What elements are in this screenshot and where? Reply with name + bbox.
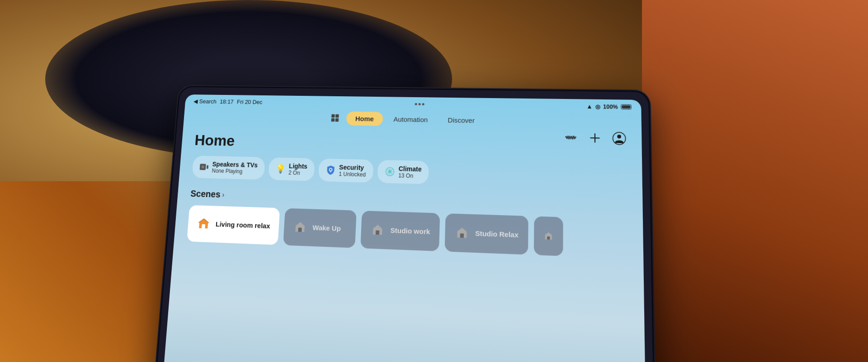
svg-rect-2 [331, 118, 335, 122]
tablet-screen: ◀ Search 18:17 Fri 20 Dec ▲ ◎ 100% [161, 94, 646, 362]
chip-lights[interactable]: 💡 Lights 2 On [268, 157, 315, 181]
status-right: ▲ ◎ 100% [586, 103, 632, 111]
svg-rect-19 [460, 233, 464, 238]
security-icon [326, 165, 336, 175]
back-button[interactable]: ◀ Search [193, 98, 217, 105]
scene-card-studio-work[interactable]: Studio work [360, 211, 440, 251]
lights-icon: 💡 [275, 164, 286, 174]
tab-automation[interactable]: Automation [384, 112, 437, 127]
dot-3 [422, 103, 425, 105]
speakers-text: Speakers & TVs None Playing [212, 160, 258, 175]
wifi-icon: ▲ [586, 103, 593, 110]
svg-rect-16 [202, 224, 205, 228]
scene-card-partial[interactable] [534, 216, 563, 256]
profile-icon [612, 132, 626, 145]
status-left: ◀ Search 18:17 Fri 20 Dec [193, 98, 263, 105]
battery-pct: 100% [603, 103, 618, 110]
security-text: Security 1 Unlocked [339, 164, 366, 178]
layout-toggle-button[interactable] [325, 111, 345, 125]
layout-icon [330, 113, 340, 122]
scene-icon-studio-work [370, 222, 385, 238]
home-title: Home [194, 132, 627, 158]
plus-icon [590, 133, 600, 143]
battery-indicator [621, 104, 632, 110]
climate-text: Climate 13 On [398, 165, 422, 179]
svg-rect-18 [376, 230, 379, 235]
svg-rect-20 [547, 236, 550, 240]
chip-security[interactable]: Security 1 Unlocked [318, 159, 374, 183]
location-icon: ◎ [595, 103, 600, 110]
scene-icon-wake-up [292, 220, 307, 235]
tablet-device: ◀ Search 18:17 Fri 20 Dec ▲ ◎ 100% [153, 86, 656, 362]
climate-title: Climate [398, 165, 422, 173]
scenes-title: Scenes [190, 188, 221, 200]
home-content: Home Speakers & TVs Non [173, 127, 643, 269]
profile-button[interactable] [611, 131, 627, 146]
scene-label-wake-up: Wake Up [312, 223, 341, 233]
tab-discover[interactable]: Discover [439, 113, 484, 127]
waveform-button[interactable] [563, 130, 579, 146]
add-button[interactable] [587, 130, 603, 146]
chip-climate[interactable]: Climate 13 On [377, 160, 429, 184]
svg-rect-17 [298, 228, 302, 232]
svg-point-7 [617, 135, 621, 139]
security-subtitle: 1 Unlocked [339, 171, 366, 178]
lights-subtitle: 2 On [288, 169, 307, 176]
svg-rect-0 [331, 114, 335, 118]
scene-label-studio-work: Studio work [390, 226, 430, 237]
scene-icon-partial [541, 228, 556, 244]
scene-icon-studio-relax [454, 225, 470, 241]
svg-rect-3 [335, 118, 339, 122]
speakers-subtitle: None Playing [212, 168, 257, 175]
scene-card-living-room[interactable]: Living room relax [187, 205, 280, 245]
lights-text: Lights 2 On [288, 162, 307, 176]
climate-icon [385, 166, 395, 177]
status-dots [415, 103, 425, 105]
lights-title: Lights [289, 162, 308, 170]
top-right-icons [563, 130, 627, 146]
speakers-icon [199, 162, 209, 172]
chip-speakers[interactable]: Speakers & TVs None Playing [192, 155, 265, 179]
scene-icon-living-room [196, 216, 211, 231]
climate-subtitle: 13 On [398, 172, 422, 179]
scene-label-living-room: Living room relax [215, 220, 270, 230]
waveform-icon [565, 133, 576, 142]
scene-label-studio-relax: Studio Relax [475, 229, 519, 240]
status-time: 18:17 [220, 99, 234, 105]
scene-card-wake-up[interactable]: Wake Up [283, 208, 357, 248]
dot-2 [419, 103, 421, 105]
security-title: Security [339, 164, 366, 172]
scenes-arrow[interactable]: › [222, 191, 225, 199]
svg-rect-9 [207, 165, 208, 169]
svg-rect-1 [335, 114, 339, 118]
dot-1 [415, 103, 417, 105]
background-right-wall [642, 0, 868, 362]
scene-card-studio-relax[interactable]: Studio Relax [444, 213, 528, 255]
status-date: Fri 20 Dec [237, 99, 263, 105]
tab-home[interactable]: Home [346, 111, 383, 126]
category-chips: Speakers & TVs None Playing 💡 Lights 2 O… [192, 155, 627, 189]
scene-cards: Living room relax Wake Up [187, 205, 628, 259]
